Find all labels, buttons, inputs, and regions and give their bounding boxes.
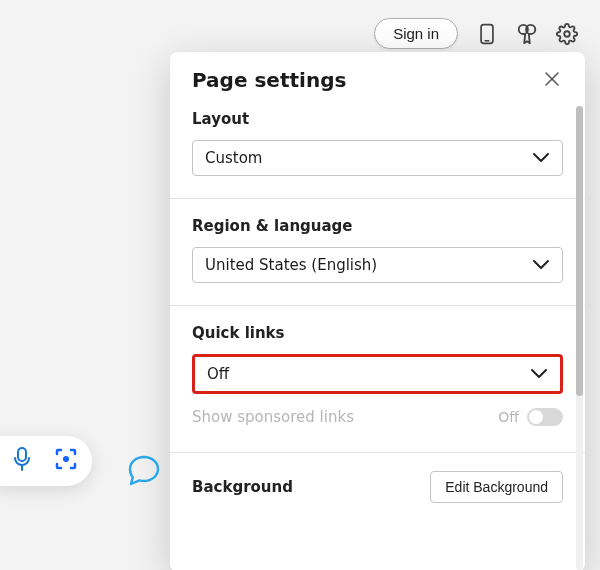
panel-body: Layout Custom Region & language United S… (170, 92, 585, 570)
close-icon (545, 72, 559, 86)
section-layout: Layout Custom (170, 92, 585, 199)
section-region: Region & language United States (English… (170, 199, 585, 306)
top-toolbar: Sign in (374, 18, 578, 49)
edit-background-label: Edit Background (445, 479, 548, 495)
close-button[interactable] (541, 68, 563, 90)
sponsored-links-right: Off (498, 408, 563, 426)
panel-title: Page settings (192, 68, 346, 92)
section-quicklinks: Quick links Off Show sponsored links Off (170, 306, 585, 453)
chevron-down-icon (530, 365, 548, 383)
region-select[interactable]: United States (English) (192, 247, 563, 283)
svg-point-4 (564, 31, 570, 37)
quicklinks-select-value: Off (207, 365, 229, 383)
region-label: Region & language (192, 217, 563, 235)
quicklinks-label: Quick links (192, 324, 563, 342)
scrollbar-thumb[interactable] (576, 106, 583, 396)
chevron-down-icon (532, 149, 550, 167)
sponsored-links-label: Show sponsored links (192, 408, 354, 426)
lens-icon[interactable] (54, 447, 78, 475)
sponsored-links-row: Show sponsored links Off (192, 394, 563, 430)
layout-label: Layout (192, 110, 563, 128)
chat-icon[interactable] (124, 450, 164, 490)
layout-select-value: Custom (205, 149, 262, 167)
microphone-icon[interactable] (12, 446, 32, 476)
rewards-icon[interactable] (516, 23, 538, 45)
chevron-down-icon (532, 256, 550, 274)
gear-icon[interactable] (556, 23, 578, 45)
sign-in-label: Sign in (393, 25, 439, 42)
sponsored-links-state: Off (498, 409, 519, 425)
section-background: Background Edit Background (170, 453, 585, 503)
sponsored-links-toggle[interactable] (527, 408, 563, 426)
background-label: Background (192, 478, 293, 496)
quicklinks-select[interactable]: Off (192, 354, 563, 394)
panel-header: Page settings (170, 52, 585, 92)
mobile-icon[interactable] (476, 23, 498, 45)
edit-background-button[interactable]: Edit Background (430, 471, 563, 503)
svg-rect-7 (18, 448, 26, 461)
region-select-value: United States (English) (205, 256, 377, 274)
svg-point-9 (63, 456, 69, 462)
layout-select[interactable]: Custom (192, 140, 563, 176)
sign-in-button[interactable]: Sign in (374, 18, 458, 49)
search-pill (0, 436, 92, 486)
page-settings-panel: Page settings Layout Custom Region & lan… (170, 52, 585, 570)
